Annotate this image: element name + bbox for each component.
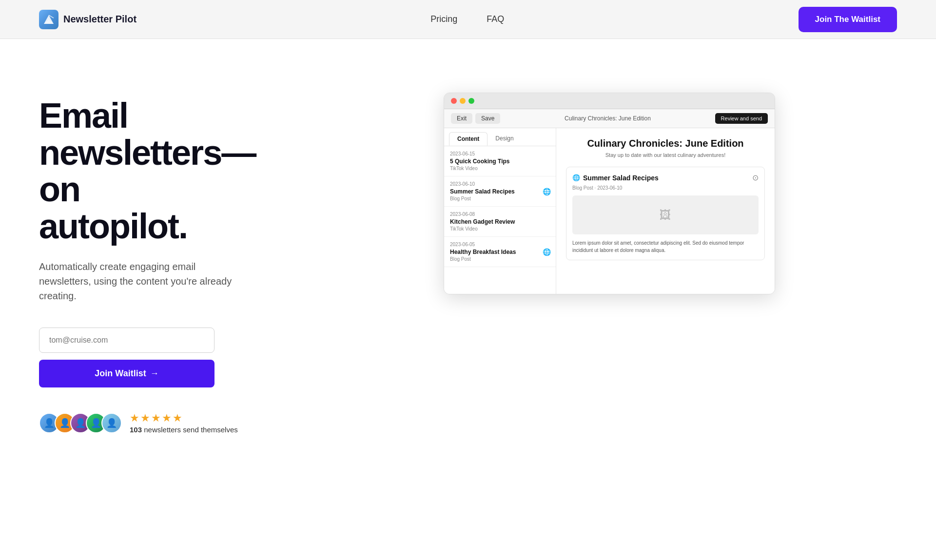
dot-yellow (460, 98, 466, 104)
nav-links: Pricing FAQ (430, 14, 504, 24)
proof-label: 103 newsletters send themselves (130, 425, 238, 434)
logo-name: Newsletter Pilot (63, 14, 136, 25)
hero-subtitle: Automatically create engaging email news… (39, 259, 244, 303)
nav-faq[interactable]: FAQ (487, 14, 504, 24)
right-column: Exit Save Culinary Chronicles: June Edit… (322, 88, 897, 294)
list-item: 2023-06-15 5 Quick Cooking Tips TikTok V… (444, 146, 556, 176)
nav-pricing[interactable]: Pricing (430, 14, 457, 24)
proof-text: ★★★★★ 103 newsletters send themselves (130, 412, 238, 434)
avatar-5: 👤 (101, 413, 122, 433)
header-cta-button[interactable]: Join The Waitlist (799, 7, 897, 32)
card-date: Blog Post · 2023-06-10 (572, 185, 759, 191)
main: Email newsletters—on autopilot. Automati… (0, 39, 936, 560)
hero-title: Email newsletters—on autopilot. (39, 97, 283, 245)
email-preview-subtitle: Stay up to date with our latest culinary… (566, 152, 765, 158)
panel-tabs: Content Design (444, 128, 556, 146)
stars: ★★★★★ (130, 412, 238, 425)
logo-icon (39, 10, 58, 29)
email-content-card: 🌐 Summer Salad Recipes ⊙ Blog Post · 202… (566, 167, 765, 260)
app-window: Exit Save Culinary Chronicles: June Edit… (444, 93, 775, 294)
window-body: Content Design 2023-06-15 5 Quick Cookin… (444, 128, 775, 294)
dot-green (468, 98, 474, 104)
tab-design[interactable]: Design (488, 132, 521, 146)
header: Newsletter Pilot Pricing FAQ Join The Wa… (0, 0, 936, 39)
email-preview-title: Culinary Chronicles: June Edition (566, 138, 765, 149)
social-proof: 👤 👤 👤 👤 👤 ★★★★★ 103 newsletters send the… (39, 412, 283, 434)
dot-red (451, 98, 457, 104)
email-input[interactable] (39, 328, 214, 353)
toolbar-title: Culinary Chronicles: June Edition (565, 115, 651, 122)
card-header: 🌐 Summer Salad Recipes ⊙ (572, 173, 759, 182)
globe-icon: 🌐 (543, 188, 551, 195)
panel-left: Content Design 2023-06-15 5 Quick Cookin… (444, 128, 556, 294)
globe-icon-2: 🌐 (543, 248, 551, 256)
card-image: 🖼 (572, 195, 759, 234)
card-title: 🌐 Summer Salad Recipes (572, 174, 659, 182)
card-body-text: Lorem ipsum dolor sit amet, consectetur … (572, 239, 759, 254)
join-waitlist-button[interactable]: Join Waitlist → (39, 360, 214, 387)
avatars: 👤 👤 👤 👤 👤 (39, 413, 122, 433)
image-placeholder-icon: 🖼 (660, 208, 671, 222)
panel-right: Culinary Chronicles: June Edition Stay u… (556, 128, 775, 294)
toolbar-left: Exit Save (451, 113, 500, 124)
window-toolbar: Exit Save Culinary Chronicles: June Edit… (444, 109, 775, 128)
expand-icon: ⊙ (752, 173, 759, 182)
window-titlebar (444, 93, 775, 109)
toolbar-review-button[interactable]: Review and send (715, 113, 768, 124)
toolbar-save-button[interactable]: Save (475, 113, 500, 124)
logo-area: Newsletter Pilot (39, 10, 136, 29)
tab-content[interactable]: Content (449, 132, 488, 146)
content-list: 2023-06-15 5 Quick Cooking Tips TikTok V… (444, 146, 556, 267)
list-item: 2023-06-05 Healthy Breakfast Ideas Blog … (444, 237, 556, 267)
toolbar-exit-button[interactable]: Exit (451, 113, 472, 124)
left-column: Email newsletters—on autopilot. Automati… (39, 88, 283, 434)
list-item: 2023-06-08 Kitchen Gadget Review TikTok … (444, 207, 556, 237)
list-item: 2023-06-10 Summer Salad Recipes Blog Pos… (444, 176, 556, 207)
